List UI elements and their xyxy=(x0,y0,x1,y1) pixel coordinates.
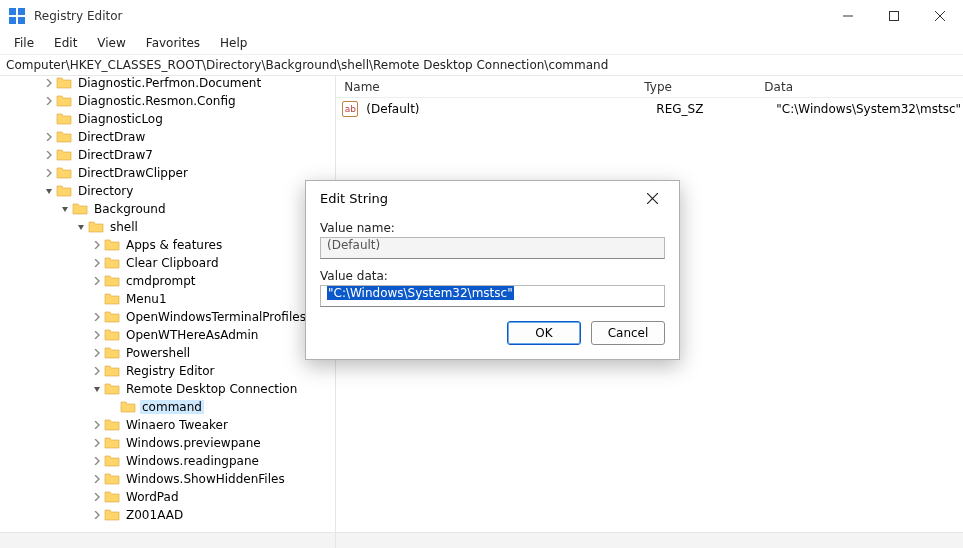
tree-node-label: command xyxy=(140,400,204,414)
tree-node[interactable]: Winaero Tweaker xyxy=(0,416,335,434)
col-header-type[interactable]: Type xyxy=(636,80,756,94)
tree-chevron-icon[interactable] xyxy=(42,79,56,87)
tree-node[interactable]: Powershell xyxy=(0,344,335,362)
tree-node-label: Powershell xyxy=(124,346,192,360)
folder-icon xyxy=(56,184,72,198)
tree-node-label: Clear Clipboard xyxy=(124,256,221,270)
value-type: REG_SZ xyxy=(648,102,768,116)
maximize-button[interactable] xyxy=(871,0,917,32)
tree-node-label: Background xyxy=(92,202,168,216)
tree-chevron-icon[interactable] xyxy=(90,421,104,429)
tree-node[interactable]: command xyxy=(0,398,335,416)
tree-node[interactable]: Windows.readingpane xyxy=(0,452,335,470)
folder-icon xyxy=(104,436,120,450)
folder-icon xyxy=(104,292,120,306)
tree-chevron-icon[interactable] xyxy=(58,205,72,213)
tree-chevron-icon[interactable] xyxy=(90,349,104,357)
tree-node[interactable]: Directory xyxy=(0,182,335,200)
tree-node[interactable]: Z001AAD xyxy=(0,506,335,524)
tree-chevron-icon[interactable] xyxy=(90,313,104,321)
value-name: (Default) xyxy=(364,102,648,116)
tree-chevron-icon[interactable] xyxy=(42,169,56,177)
tree-chevron-icon[interactable] xyxy=(42,97,56,105)
tree-node[interactable]: Menu1 xyxy=(0,290,335,308)
menu-file[interactable]: File xyxy=(6,34,42,52)
tree-chevron-icon[interactable] xyxy=(90,493,104,501)
dialog-titlebar[interactable]: Edit String xyxy=(306,181,679,215)
tree-node-label: WordPad xyxy=(124,490,181,504)
menu-edit[interactable]: Edit xyxy=(46,34,85,52)
col-header-name[interactable]: Name xyxy=(336,80,636,94)
values-h-scrollbar[interactable] xyxy=(336,532,963,548)
menu-help[interactable]: Help xyxy=(212,34,255,52)
address-path: Computer\HKEY_CLASSES_ROOT\Directory\Bac… xyxy=(6,58,608,72)
tree-chevron-icon[interactable] xyxy=(90,259,104,267)
window-controls xyxy=(825,0,963,32)
dialog-close-button[interactable] xyxy=(639,185,665,211)
tree-node[interactable]: OpenWTHereAsAdmin xyxy=(0,326,335,344)
tree-h-scrollbar[interactable] xyxy=(0,532,335,548)
folder-icon xyxy=(56,166,72,180)
tree-chevron-icon[interactable] xyxy=(90,331,104,339)
folder-icon xyxy=(88,220,104,234)
close-button[interactable] xyxy=(917,0,963,32)
value-row[interactable]: ab(Default)REG_SZ"C:\Windows\System32\ms… xyxy=(336,98,963,120)
menu-favorites[interactable]: Favorites xyxy=(138,34,208,52)
cancel-button[interactable]: Cancel xyxy=(591,321,665,345)
address-bar[interactable]: Computer\HKEY_CLASSES_ROOT\Directory\Bac… xyxy=(0,54,963,76)
tree-node[interactable]: DirectDraw7 xyxy=(0,146,335,164)
tree-chevron-icon[interactable] xyxy=(90,277,104,285)
tree-node[interactable]: Windows.ShowHiddenFiles xyxy=(0,470,335,488)
ok-button[interactable]: OK xyxy=(507,321,581,345)
tree-node[interactable]: Background xyxy=(0,200,335,218)
tree-chevron-icon[interactable] xyxy=(90,475,104,483)
tree-node[interactable]: Registry Editor xyxy=(0,362,335,380)
tree-node-label: Z001AAD xyxy=(124,508,185,522)
tree-node-label: Remote Desktop Connection xyxy=(124,382,299,396)
tree-node[interactable]: Remote Desktop Connection xyxy=(0,380,335,398)
tree-chevron-icon[interactable] xyxy=(90,385,104,393)
tree-node[interactable]: Windows.previewpane xyxy=(0,434,335,452)
value-data-label: Value data: xyxy=(320,269,665,283)
tree-node[interactable]: Diagnostic.Perfmon.Document xyxy=(0,76,335,92)
value-data-field[interactable]: "C:\Windows\System32\mstsc" xyxy=(320,285,665,307)
folder-icon xyxy=(104,418,120,432)
svg-rect-2 xyxy=(9,17,16,24)
tree-chevron-icon[interactable] xyxy=(90,367,104,375)
folder-icon xyxy=(104,454,120,468)
tree-node-label: Registry Editor xyxy=(124,364,216,378)
tree-chevron-icon[interactable] xyxy=(90,511,104,519)
tree-chevron-icon[interactable] xyxy=(42,133,56,141)
tree-node[interactable]: DirectDrawClipper xyxy=(0,164,335,182)
tree-node[interactable]: OpenWindowsTerminalProfiles xyxy=(0,308,335,326)
tree-panel[interactable]: Diagnostic.Perfmon.DocumentDiagnostic.Re… xyxy=(0,76,336,548)
tree-chevron-icon[interactable] xyxy=(42,187,56,195)
tree-node-label: DirectDraw7 xyxy=(76,148,155,162)
tree-chevron-icon[interactable] xyxy=(90,457,104,465)
folder-icon xyxy=(104,364,120,378)
folder-icon xyxy=(56,94,72,108)
tree-node[interactable]: shell xyxy=(0,218,335,236)
menu-view[interactable]: View xyxy=(89,34,133,52)
tree-node[interactable]: Clear Clipboard xyxy=(0,254,335,272)
tree-chevron-icon[interactable] xyxy=(42,151,56,159)
tree-node[interactable]: DirectDraw xyxy=(0,128,335,146)
tree-node[interactable]: Apps & features xyxy=(0,236,335,254)
tree-chevron-icon[interactable] xyxy=(90,241,104,249)
tree-node-label: DirectDrawClipper xyxy=(76,166,190,180)
tree-node-label: OpenWTHereAsAdmin xyxy=(124,328,260,342)
tree-chevron-icon[interactable] xyxy=(74,223,88,231)
string-value-icon: ab xyxy=(342,101,358,117)
folder-icon xyxy=(56,112,72,126)
tree-node[interactable]: WordPad xyxy=(0,488,335,506)
minimize-button[interactable] xyxy=(825,0,871,32)
tree-node[interactable]: cmdprompt xyxy=(0,272,335,290)
tree-node[interactable]: DiagnosticLog xyxy=(0,110,335,128)
dialog-title: Edit String xyxy=(320,191,388,206)
value-name-field[interactable]: (Default) xyxy=(320,237,665,259)
tree-node-label: Windows.previewpane xyxy=(124,436,263,450)
col-header-data[interactable]: Data xyxy=(756,80,963,94)
tree-node[interactable]: Diagnostic.Resmon.Config xyxy=(0,92,335,110)
svg-rect-5 xyxy=(890,12,899,21)
tree-chevron-icon[interactable] xyxy=(90,439,104,447)
